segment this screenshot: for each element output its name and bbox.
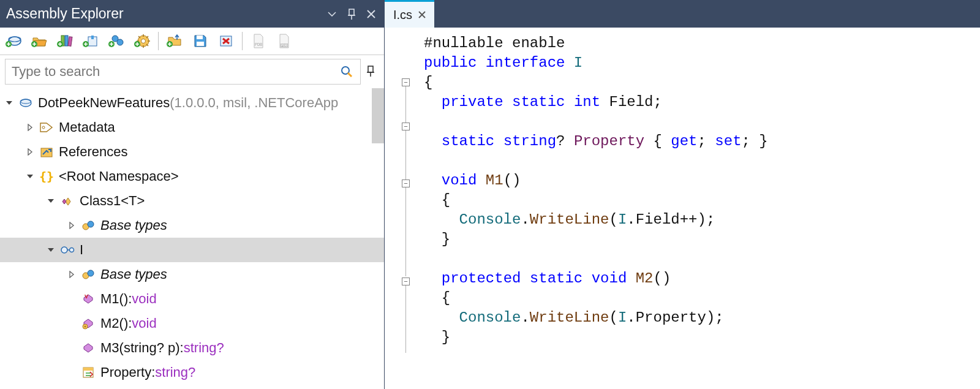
tree-label: Base types — [100, 217, 167, 233]
fold-toggle[interactable] — [402, 123, 410, 130]
toolbar-open-package-icon[interactable] — [81, 31, 100, 51]
search-input[interactable] — [12, 64, 339, 80]
tree-node-assembly[interactable]: DotPeekNewFeatures (1.0.0.0, msil, .NETC… — [0, 91, 384, 115]
tree-node-class1[interactable]: Class1<T> — [0, 189, 384, 213]
expander-icon[interactable] — [66, 220, 77, 231]
tree-label: Base types — [100, 266, 167, 282]
fold-line — [405, 187, 406, 276]
toolbar-add-assembly-icon[interactable] — [4, 31, 23, 51]
fold-line — [405, 130, 406, 179]
toolbar-pdb-icon[interactable]: PDB — [249, 31, 268, 51]
toolbar-open-process-icon[interactable] — [107, 31, 126, 51]
tag-icon — [39, 120, 54, 135]
property-name: Property: — [100, 364, 155, 380]
code-editor[interactable]: #nullable enable public interface I { pr… — [385, 28, 980, 389]
tree-node-method-m3[interactable]: M3(string? p):string? — [0, 336, 384, 360]
toolbar-pdb-alt-icon[interactable]: PDB — [274, 31, 294, 51]
tree-node-interface-i[interactable]: I — [0, 238, 384, 262]
svg-text:PDB: PDB — [255, 42, 263, 47]
tree-node-method-m1[interactable]: V M1():void — [0, 287, 384, 311]
tree-node-base-types-1[interactable]: Base types — [0, 213, 384, 238]
method-protected-icon — [81, 316, 96, 331]
expander-icon[interactable] — [24, 122, 36, 133]
tab-close-icon[interactable] — [418, 11, 426, 18]
tree-node-metadata[interactable]: Metadata — [0, 115, 384, 140]
namespace-icon: {} — [39, 169, 54, 184]
assembly-info: (1.0.0.0, msil, .NETCoreApp — [170, 95, 338, 111]
tree-label: <Root Namespace> — [59, 168, 179, 184]
method-return: void — [132, 291, 156, 307]
tab-i-cs[interactable]: I.cs — [385, 0, 434, 28]
panel-menu-dropdown[interactable] — [325, 7, 339, 21]
tree-node-method-m2[interactable]: M2():void — [0, 311, 384, 336]
svg-rect-29 — [368, 66, 373, 72]
svg-point-43 — [88, 270, 94, 276]
svg-text:{}: {} — [40, 170, 53, 183]
toolbar-save-icon[interactable] — [190, 31, 210, 51]
toolbar-open-folder-icon[interactable] — [29, 31, 49, 51]
svg-rect-22 — [197, 42, 204, 46]
svg-point-46 — [85, 326, 86, 328]
expander-icon[interactable] — [4, 97, 15, 108]
tree-label: I — [80, 242, 83, 258]
method-name: M2(): — [100, 315, 132, 331]
expander-icon[interactable] — [45, 195, 56, 206]
tree-node-base-types-2[interactable]: Base types — [0, 262, 384, 287]
tree-node-property[interactable]: Property:string? — [0, 360, 384, 385]
base-types-icon — [81, 218, 96, 233]
svg-rect-9 — [68, 37, 72, 47]
fold-line — [405, 86, 406, 123]
search-pin-icon[interactable] — [366, 65, 379, 78]
method-return: string? — [184, 340, 224, 356]
svg-point-40 — [70, 248, 74, 252]
expander-icon[interactable] — [66, 269, 77, 280]
class-icon — [60, 194, 75, 208]
tab-label: I.cs — [393, 8, 412, 22]
svg-point-15 — [117, 39, 123, 45]
tree-node-root-namespace[interactable]: {} <Root Namespace> — [0, 164, 384, 189]
method-icon: V — [81, 292, 96, 306]
scrollbar[interactable] — [372, 88, 384, 143]
fold-toggle[interactable] — [402, 78, 410, 86]
fold-line — [405, 285, 406, 353]
panel-close-icon[interactable] — [364, 7, 378, 21]
method-name: M3(string? p): — [100, 340, 184, 356]
tree: DotPeekNewFeatures (1.0.0.0, msil, .NETC… — [0, 88, 384, 389]
code-content: #nullable enable public interface I { pr… — [385, 34, 980, 347]
method-return: void — [132, 315, 156, 331]
svg-rect-0 — [349, 9, 354, 15]
svg-rect-12 — [91, 36, 94, 39]
tree-label: Metadata — [59, 119, 115, 135]
svg-line-28 — [348, 73, 352, 77]
svg-rect-48 — [83, 368, 93, 371]
expander-icon[interactable] — [45, 244, 56, 255]
toolbar-open-library-icon[interactable] — [55, 31, 75, 51]
method-icon — [81, 341, 96, 355]
toolbar-open-gac-icon[interactable] — [132, 31, 152, 51]
tree-node-references[interactable]: References — [0, 140, 384, 164]
search-row — [0, 55, 384, 88]
base-types-icon — [81, 267, 96, 282]
assembly-icon — [18, 96, 33, 110]
interface-icon — [60, 243, 75, 257]
search-icon[interactable] — [339, 64, 354, 79]
property-return: string? — [155, 364, 195, 380]
expander-icon[interactable] — [24, 171, 36, 182]
expander-icon[interactable] — [24, 146, 36, 157]
toolbar: PDB PDB — [0, 28, 384, 55]
toolbar-remove-icon[interactable] — [216, 31, 236, 51]
svg-point-38 — [88, 221, 94, 227]
svg-text:PDB: PDB — [281, 43, 288, 47]
svg-rect-21 — [197, 36, 203, 39]
panel-header: Assembly Explorer — [0, 0, 384, 28]
panel-pin-icon[interactable] — [345, 7, 358, 21]
toolbar-export-project-icon[interactable] — [165, 31, 184, 51]
method-name: M1(): — [100, 291, 132, 307]
search-box[interactable] — [5, 59, 361, 85]
fold-toggle[interactable] — [402, 179, 410, 187]
svg-point-39 — [61, 247, 67, 253]
fold-toggle[interactable] — [402, 278, 410, 285]
references-icon — [39, 145, 54, 159]
assembly-name: DotPeekNewFeatures — [38, 95, 170, 111]
toolbar-separator — [158, 32, 159, 50]
